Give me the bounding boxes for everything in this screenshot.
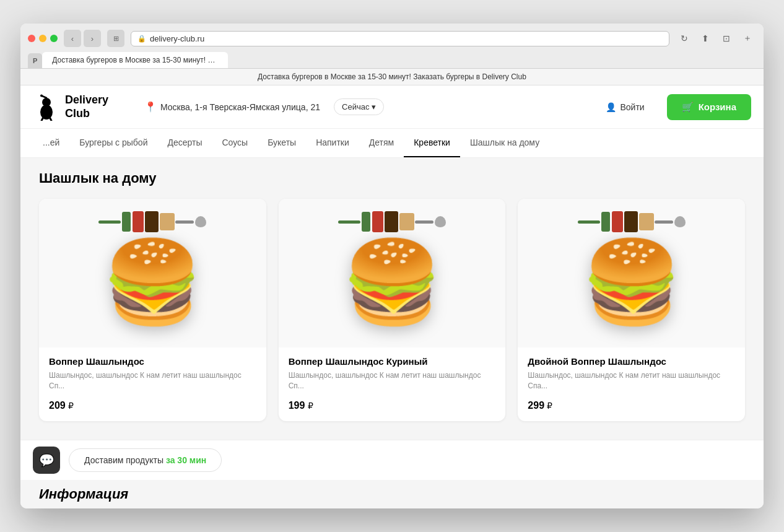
login-button[interactable]: 👤 Войти	[596, 97, 654, 117]
address-text: Москва, 1-я Тверская-Ямская улица, 21	[160, 102, 320, 112]
category-item-0[interactable]: ...ей	[33, 129, 69, 157]
back-button[interactable]: ‹	[64, 30, 81, 47]
category-nav: ...ей Бургеры с рыбой Десерты Соусы Буке…	[20, 129, 764, 158]
window-view-button[interactable]: ⊞	[107, 30, 124, 47]
product-info-0: Воппер Шашлындос Шашлындос, шашлындос К …	[39, 347, 266, 421]
product-desc-2: Шашлындос, шашлындос К нам летит наш шаш…	[528, 370, 735, 391]
product-name-0: Воппер Шашлындос	[49, 356, 256, 367]
user-icon: 👤	[606, 102, 616, 112]
share-button[interactable]: ⬆	[697, 30, 714, 47]
category-label-5: Напитки	[316, 137, 349, 147]
category-label-7: Креветки	[414, 137, 450, 147]
products-grid: 🍔 Воппер Шашлындос Шашлындос, шашлындос …	[39, 199, 745, 421]
cart-button[interactable]: 🛒 Корзина	[667, 94, 751, 120]
category-label-1: Бургеры с рыбой	[79, 137, 147, 147]
svg-point-3	[40, 94, 43, 97]
category-label-4: Букеты	[268, 137, 296, 147]
category-item-1[interactable]: Бургеры с рыбой	[69, 129, 157, 157]
skewer-decoration-0	[98, 211, 206, 232]
time-label: Сейчас	[342, 102, 369, 111]
sidebar-button[interactable]: ⊡	[718, 30, 735, 47]
product-image-1: 🍔	[279, 199, 506, 347]
site-header: Delivery Club 📍 Москва, 1-я Тверская-Ямс…	[20, 85, 764, 129]
category-item-5[interactable]: Напитки	[306, 129, 359, 157]
category-item-4[interactable]: Букеты	[258, 129, 306, 157]
browser-window: ‹ › ⊞ 🔒 delivery-club.ru ↻ ⬆ ⊡ ＋ P Доста…	[20, 24, 764, 508]
main-content: Шашлык на дому 🍔	[20, 158, 764, 440]
product-desc-0: Шашлындос, шашлындос К нам летит наш шаш…	[49, 370, 256, 391]
product-desc-1: Шашлындос, шашлындос К нам летит наш шаш…	[289, 370, 496, 391]
svg-line-5	[50, 118, 51, 121]
product-info-1: Воппер Шашлындос Куриный Шашлындос, шашл…	[279, 347, 506, 421]
chat-button[interactable]: 💬	[33, 447, 60, 474]
reload-button[interactable]: ↻	[676, 30, 693, 47]
tab-title: Доставка бургеров в Москве за 15-30 мину…	[52, 56, 228, 64]
burger-emoji-2: 🍔	[581, 235, 682, 329]
product-image-0: 🍔	[39, 199, 266, 347]
chat-icon: 💬	[39, 453, 54, 468]
product-currency-1: ₽	[308, 401, 313, 411]
active-tab[interactable]: Доставка бургеров в Москве за 15-30 мину…	[42, 52, 228, 68]
category-label-8: Шашлык на дому	[470, 137, 539, 147]
notification-text: Доставка бургеров в Москве за 15-30 мину…	[258, 72, 526, 81]
skewer-decoration-2	[578, 211, 686, 232]
traffic-lights	[28, 35, 58, 42]
product-price-value-1: 199	[289, 400, 305, 411]
deliver-time: за 30 мин	[166, 455, 206, 465]
svg-point-1	[42, 98, 51, 107]
svg-line-4	[41, 118, 43, 121]
category-item-2[interactable]: Десерты	[157, 129, 212, 157]
product-card-0[interactable]: 🍔 Воппер Шашлындос Шашлындос, шашлындос …	[39, 199, 266, 421]
bottom-bar: 💬 Доставим продукты за 30 мин	[20, 440, 764, 480]
new-tab-button[interactable]: ＋	[739, 30, 756, 47]
pinned-tab[interactable]: P	[28, 53, 42, 68]
browser-chrome: ‹ › ⊞ 🔒 delivery-club.ru ↻ ⬆ ⊡ ＋ P Доста…	[20, 24, 764, 69]
close-button[interactable]	[28, 35, 35, 42]
svg-point-0	[40, 105, 53, 120]
logo-icon	[33, 94, 60, 121]
login-label: Войти	[620, 102, 644, 112]
product-card-2[interactable]: 🍔 Двойной Воппер Шашлындос Шашлындос, ша…	[518, 199, 745, 421]
lock-icon: 🔒	[137, 35, 146, 43]
time-selector[interactable]: Сейчас ▾	[334, 98, 384, 115]
category-label-0: ...ей	[43, 137, 59, 147]
deliver-text: Доставим продукты	[84, 455, 166, 465]
product-name-1: Воппер Шашлындос Куриный	[289, 356, 496, 367]
chevron-down-icon: ▾	[372, 102, 376, 111]
product-price-1: 199 ₽	[289, 400, 496, 411]
address-section[interactable]: 📍 Москва, 1-я Тверская-Ямская улица, 21 …	[144, 98, 583, 115]
forward-button[interactable]: ›	[84, 30, 101, 47]
product-price-value-0: 209	[49, 400, 66, 411]
maximize-button[interactable]	[50, 35, 58, 42]
tab-bar: P Доставка бургеров в Москве за 15-30 ми…	[28, 52, 756, 68]
skewer-decoration-1	[338, 211, 446, 232]
product-info-2: Двойной Воппер Шашлындос Шашлындос, шашл…	[518, 347, 745, 421]
product-price-0: 209 ₽	[49, 400, 256, 411]
category-item-6[interactable]: Детям	[359, 129, 404, 157]
product-price-2: 299 ₽	[528, 400, 735, 411]
category-item-7[interactable]: Креветки	[404, 129, 460, 157]
deliver-banner[interactable]: Доставим продукты за 30 мин	[69, 448, 222, 472]
burger-emoji-0: 🍔	[102, 235, 203, 329]
product-price-value-2: 299	[528, 400, 544, 411]
notification-bar: Доставка бургеров в Москве за 15-30 мину…	[20, 69, 764, 85]
address-bar[interactable]: 🔒 delivery-club.ru	[131, 31, 669, 46]
category-item-8[interactable]: Шашлык на дому	[460, 129, 549, 157]
minimize-button[interactable]	[39, 35, 46, 42]
svg-line-2	[42, 96, 46, 98]
product-image-2: 🍔	[518, 199, 745, 347]
url-text: delivery-club.ru	[150, 34, 204, 43]
section-title: Шашлык на дому	[39, 170, 745, 186]
info-title: Информация	[39, 486, 745, 502]
burger-emoji-1: 🍔	[342, 235, 442, 329]
category-label-2: Десерты	[167, 137, 202, 147]
product-card-1[interactable]: 🍔 Воппер Шашлындос Куриный Шашлындос, ша…	[279, 199, 506, 421]
category-label-6: Детям	[369, 137, 394, 147]
logo-text: Delivery Club	[65, 94, 108, 120]
cart-label: Корзина	[699, 102, 736, 112]
category-label-3: Соусы	[222, 137, 248, 147]
product-currency-0: ₽	[68, 401, 74, 411]
logo-area[interactable]: Delivery Club	[33, 94, 132, 121]
info-section: Информация	[20, 480, 764, 508]
category-item-3[interactable]: Соусы	[212, 129, 258, 157]
